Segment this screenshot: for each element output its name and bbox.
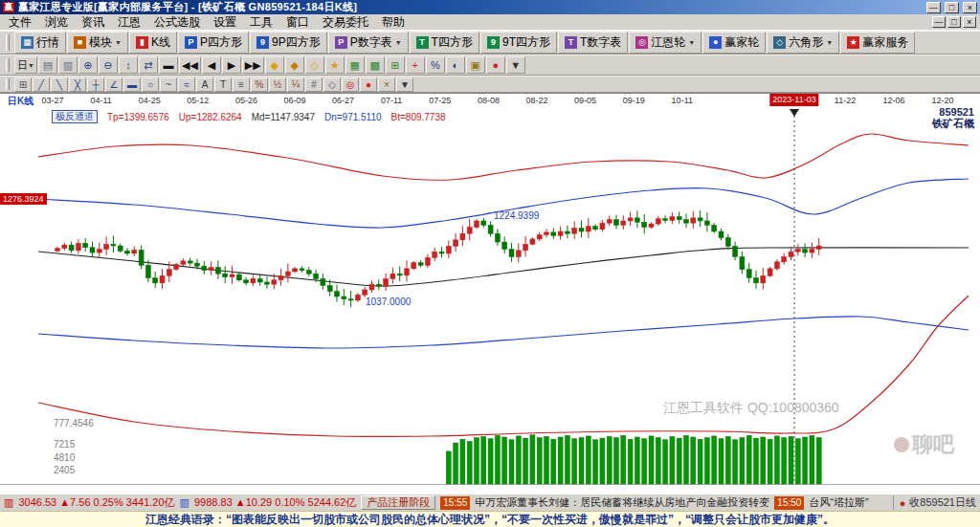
channel-name-chip[interactable]: 极反通道 <box>52 110 98 123</box>
menu-item[interactable]: 江恩 <box>111 14 147 31</box>
tool-icon-button[interactable]: ▥ <box>58 56 78 74</box>
sz-index-quote[interactable]: 9988.83 ▲10.29 0.10% 5244.62亿 <box>194 495 356 510</box>
main-toolbar-button[interactable]: TT数字表 <box>558 32 628 54</box>
tool-icon-button[interactable]: ▬ <box>123 77 141 92</box>
period-label[interactable]: 日K线 <box>8 95 33 108</box>
main-toolbar-button[interactable]: PP数字表▼ <box>328 32 409 54</box>
tool-icon-button[interactable]: ╳ <box>69 77 86 92</box>
kline-chart[interactable] <box>0 107 980 494</box>
main-toolbar-button[interactable]: ▦行情 <box>14 32 66 54</box>
tool-icon-button[interactable]: ↕ <box>119 56 138 74</box>
tool-icon-button[interactable]: ▶▶ <box>242 56 264 74</box>
main-toolbar-button[interactable]: ▮K线 <box>129 32 177 54</box>
product-stage-button[interactable]: 产品注册阶段 <box>361 495 435 510</box>
tool-icon-button[interactable]: ⊞ <box>386 56 405 74</box>
main-toolbar-button[interactable]: ★赢家服务 <box>840 32 915 54</box>
toolbar-button-label: 9P四方形 <box>272 34 321 51</box>
minimize-button[interactable]: — <box>926 2 941 13</box>
tool-icon-button[interactable]: ◎ <box>342 77 359 92</box>
date-label: 04-11 <box>90 96 111 105</box>
tool-icon-button[interactable]: ○ <box>142 77 159 92</box>
main-toolbar-button[interactable]: 99P四方形 <box>250 32 327 54</box>
tool-icon-button[interactable]: ● <box>486 56 505 74</box>
menu-item[interactable]: 浏览 <box>38 14 75 31</box>
toolbar-drag-handle[interactable] <box>6 34 10 50</box>
left-price-tag: 1276.3924 <box>0 193 47 205</box>
tool-icon-button[interactable]: A <box>196 77 213 92</box>
tool-icon-button[interactable]: # <box>305 77 323 92</box>
tool-icon-button[interactable]: ≈ <box>178 77 195 92</box>
tool-icon-button[interactable]: 日▼ <box>14 56 37 74</box>
tool-icon-button[interactable]: ≡ <box>233 77 250 92</box>
menu-item[interactable]: 工具 <box>243 14 279 31</box>
sh-index-icon[interactable]: ▥ <box>4 496 13 509</box>
main-toolbar-button[interactable]: ◎江恩轮▼ <box>629 32 702 54</box>
tool-icon-button[interactable]: ◆ <box>285 56 304 74</box>
tool-icon-button[interactable]: ◐ <box>446 56 465 74</box>
tool-icon-button[interactable]: ¼ <box>287 77 304 92</box>
news-headline-1[interactable]: 申万宏源董事长刘健：居民储蓄将继续从房地产向金融投资转变 <box>475 495 769 510</box>
news-headline-2[interactable]: 台风“塔拉斯” <box>809 495 868 510</box>
tool-icon-button[interactable]: ▶ <box>222 56 241 74</box>
tool-icon-button[interactable]: ▣ <box>466 56 485 74</box>
tool-icon-button[interactable]: ⊞ <box>14 77 32 92</box>
main-toolbar-button[interactable]: TT四方形 <box>410 32 479 54</box>
tool-icon-button[interactable]: ▼ <box>506 56 525 74</box>
tool-icon-button[interactable]: ~ <box>160 77 177 92</box>
price-annotation: 1037.0000 <box>366 296 411 307</box>
toolbar-drag-handle[interactable] <box>6 78 10 89</box>
child-minimize-button[interactable]: — <box>932 16 946 28</box>
child-restore-button[interactable]: □ <box>947 16 961 28</box>
menu-item[interactable]: 交易委托 <box>316 14 375 31</box>
sh-index-quote[interactable]: 3046.53 ▲7.56 0.25% 3441.20亿 <box>18 495 174 510</box>
menu-item[interactable]: 文件 <box>2 14 38 31</box>
main-toolbar-button[interactable]: ■模块▼ <box>67 32 128 54</box>
tool-icon-button[interactable]: T <box>214 77 232 92</box>
tool-icon-button[interactable]: ┼ <box>87 77 104 92</box>
tool-icon-button[interactable]: % <box>251 77 268 92</box>
main-toolbar-button[interactable]: ●赢家轮 <box>702 32 766 54</box>
toolbar-drag-handle[interactable] <box>6 58 10 72</box>
tool-icon-button[interactable]: ▤ <box>38 56 57 74</box>
tool-icon-button[interactable]: ⊖ <box>99 56 118 74</box>
menu-item[interactable]: 设置 <box>207 14 243 31</box>
menu-item[interactable]: 公式选股 <box>147 14 207 31</box>
tool-icon-button[interactable]: ◇ <box>323 77 341 92</box>
tool-icon-button[interactable]: ▩ <box>366 56 385 74</box>
chevron-down-icon: ▼ <box>688 39 695 46</box>
maximize-button[interactable]: □ <box>945 2 959 13</box>
sz-index-icon[interactable]: ▥ <box>180 496 189 509</box>
tool-icon-button[interactable]: ◀ <box>202 56 221 74</box>
tool-icon-button[interactable]: ⇄ <box>139 56 158 74</box>
tool-icon-button[interactable]: ◀◀ <box>179 56 201 74</box>
main-toolbar-button[interactable]: PP四方形 <box>178 32 249 54</box>
main-toolbar-button[interactable]: ◇六角形▼ <box>767 32 839 54</box>
tool-icon-button[interactable]: % <box>426 56 445 74</box>
tool-icon-button[interactable]: ⊕ <box>78 56 98 74</box>
date-label: 03-27 <box>41 96 63 105</box>
tool-icon-button[interactable]: ★ <box>325 56 345 74</box>
child-close-button[interactable]: × <box>963 16 976 28</box>
date-label: 08-22 <box>525 96 547 105</box>
menu-item[interactable]: 资讯 <box>75 14 111 31</box>
tool-icon-button[interactable]: ▦ <box>345 56 365 74</box>
tool-icon-button[interactable]: + <box>406 56 425 74</box>
menu-item[interactable]: 帮助 <box>375 14 412 31</box>
tool-icon-button[interactable]: ½ <box>269 77 286 92</box>
tool-icon-button[interactable]: ∠ <box>105 77 122 92</box>
watermark-logo: 聊吧 <box>894 430 954 459</box>
channel-up-value: Up=1282.6264 <box>179 112 242 122</box>
main-toolbar-button[interactable]: 99T四方形 <box>480 32 557 54</box>
tool-icon-button[interactable]: ╱ <box>33 77 50 92</box>
tool-icon-button[interactable]: ╲ <box>51 77 68 92</box>
close-button[interactable]: × <box>963 2 977 13</box>
tool-icon-button[interactable]: ▼ <box>396 77 413 92</box>
current-view-chip[interactable]: ● 收859521日线 <box>893 495 976 510</box>
tool-icon-button[interactable]: ◇ <box>305 56 324 74</box>
tool-icon-button[interactable]: × <box>378 77 395 92</box>
menu-item[interactable]: 窗口 <box>279 14 316 31</box>
tool-icon-button[interactable]: ● <box>360 77 377 92</box>
volume-scale-label: 2405 <box>54 466 75 475</box>
tool-icon-button[interactable]: ▬ <box>159 56 178 74</box>
tool-icon-button[interactable]: ◆ <box>265 56 284 74</box>
